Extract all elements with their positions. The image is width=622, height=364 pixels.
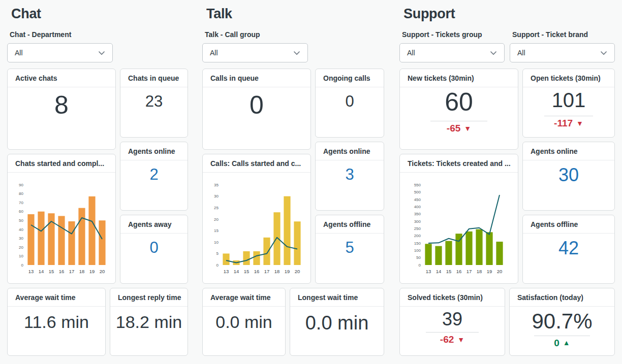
- svg-text:500: 500: [414, 190, 421, 194]
- chat-longest-reply-card: Longest reply time 18.2 min: [110, 288, 188, 356]
- section-chat: Chat Chat - Department All Active chats …: [7, 5, 188, 356]
- svg-text:5: 5: [216, 251, 219, 256]
- card-value: 30: [558, 164, 579, 186]
- svg-text:16: 16: [59, 269, 65, 274]
- select-value: All: [407, 49, 415, 57]
- svg-text:0: 0: [419, 263, 421, 268]
- svg-text:25: 25: [214, 206, 219, 210]
- card-value: 101: [552, 88, 586, 112]
- chevron-down-icon: [98, 51, 105, 55]
- card-value: 18.2 min: [116, 312, 182, 332]
- svg-text:550: 550: [414, 183, 421, 187]
- talk-agents-online-card: Agents online 3: [315, 142, 384, 211]
- triangle-down-icon: ▼: [576, 120, 583, 127]
- svg-text:17: 17: [69, 269, 75, 274]
- chevron-down-icon: [293, 51, 300, 55]
- svg-text:300: 300: [414, 219, 421, 224]
- card-value: 0.0 min: [305, 312, 369, 335]
- card-title: Longest wait time: [290, 288, 384, 307]
- svg-text:16: 16: [254, 269, 260, 274]
- support-ticket-brand-select[interactable]: All: [510, 43, 615, 62]
- card-title: Average wait time: [8, 288, 105, 307]
- card-value: 0: [250, 90, 264, 120]
- svg-text:100: 100: [414, 248, 421, 253]
- card-title: Agents away: [120, 215, 188, 234]
- delta-value: -65: [447, 123, 460, 133]
- card-title: Chats in queue: [120, 69, 188, 87]
- chat-department-select[interactable]: All: [7, 43, 113, 62]
- svg-text:0: 0: [21, 263, 24, 268]
- tickets-created-solved-chart: 0501001502002503003504004505005501314151…: [408, 180, 510, 276]
- delta-value: 0: [554, 338, 559, 348]
- svg-text:13: 13: [426, 269, 431, 274]
- support-filter-row: Support - Tickets group All Support - Ti…: [399, 30, 615, 62]
- svg-text:14: 14: [436, 269, 442, 274]
- svg-text:19: 19: [89, 269, 95, 274]
- delta-indicator: -62 ▼: [440, 335, 464, 344]
- card-value: 8: [54, 90, 69, 120]
- support-tickets-group-select[interactable]: All: [399, 43, 505, 62]
- card-title: Agents online: [523, 142, 614, 160]
- delta-divider: [426, 332, 479, 333]
- talk-longest-wait-card: Longest wait time 0.0 min: [290, 288, 384, 356]
- card-value: 5: [345, 239, 354, 257]
- delta-value: -117: [554, 118, 573, 128]
- svg-text:50: 50: [19, 218, 23, 223]
- talk-right-stack: Ongoing calls 0 Agents online 3 Agents o…: [315, 69, 384, 284]
- svg-text:18: 18: [274, 269, 280, 274]
- support-right-stack: Open tickets (30min) 101 -117 ▼ Agents o…: [522, 69, 615, 284]
- svg-text:17: 17: [264, 269, 270, 274]
- chats-started-completed-chart: 01020304050607080901314151617181920: [11, 180, 112, 276]
- chat-agents-away-card: Agents away 0: [120, 215, 188, 284]
- card-title: Tickets: Tickets created and ...: [400, 154, 518, 173]
- ongoing-calls-card: Ongoing calls 0: [315, 69, 384, 138]
- delta-indicator: 0 ▲: [554, 338, 570, 348]
- svg-text:10: 10: [19, 254, 23, 258]
- section-title-talk: Talk: [206, 6, 384, 22]
- chat-right-stack: Chats in queue 23 Agents online 2 Agents…: [120, 69, 188, 284]
- support-chart-card: Tickets: Tickets created and ... 0501001…: [399, 154, 518, 284]
- card-value: 42: [558, 238, 579, 259]
- card-value: 0: [149, 239, 158, 257]
- support-agents-offline-card: Agents offline 42: [522, 215, 615, 284]
- filter-label: Support - Tickets group: [399, 30, 505, 39]
- talk-average-wait-card: Average wait time 0.0 min: [202, 288, 286, 356]
- card-value: 60: [445, 87, 473, 117]
- talk-chart-card: Calls: Calls started and c... 0510152025…: [202, 154, 311, 284]
- talk-call-group-select[interactable]: All: [202, 43, 308, 62]
- section-title-chat: Chat: [11, 6, 188, 22]
- filter-label: Talk - Call group: [202, 30, 308, 39]
- talk-agents-offline-card: Agents offline 5: [315, 215, 384, 284]
- svg-text:60: 60: [19, 209, 23, 214]
- svg-text:250: 250: [414, 226, 421, 231]
- delta-indicator: -117 ▼: [554, 118, 583, 128]
- card-value: 0.0 min: [215, 312, 272, 332]
- svg-text:10: 10: [214, 240, 219, 245]
- card-title: Agents online: [316, 142, 384, 160]
- section-talk: Talk Talk - Call group All Calls in queu…: [202, 5, 384, 356]
- svg-text:18: 18: [477, 269, 482, 274]
- solved-tickets-card: Solved tickets (30min) 39 -62 ▼: [399, 288, 505, 356]
- support-left-stack: New tickets (30min) 60 -65 ▼ Tickets: Ti…: [399, 69, 518, 284]
- svg-text:50: 50: [416, 255, 421, 260]
- support-tickets-group-filter: Support - Tickets group All: [399, 30, 505, 62]
- section-title-support: Support: [403, 6, 615, 22]
- talk-left-stack: Calls in queue 0 Calls: Calls started an…: [202, 69, 311, 284]
- svg-text:15: 15: [244, 269, 250, 274]
- svg-text:35: 35: [214, 183, 219, 187]
- delta-divider: [544, 116, 593, 116]
- chat-card-grid: Active chats 8 Chats started and compl..…: [7, 69, 188, 284]
- chat-average-wait-card: Average wait time 11.6 min: [7, 288, 106, 356]
- svg-text:200: 200: [414, 234, 421, 238]
- card-value: 90.7%: [532, 309, 592, 334]
- svg-text:30: 30: [214, 194, 219, 198]
- card-title: Average wait time: [203, 288, 285, 307]
- svg-text:80: 80: [19, 191, 23, 196]
- triangle-up-icon: ▲: [563, 339, 570, 346]
- chat-chart-card: Chats started and compl... 0102030405060…: [7, 154, 116, 284]
- card-value: 39: [442, 309, 462, 330]
- card-value: 11.6 min: [24, 312, 89, 332]
- card-title: New tickets (30min): [400, 69, 518, 87]
- talk-call-group-filter: Talk - Call group All: [202, 30, 308, 62]
- svg-text:20: 20: [295, 269, 300, 274]
